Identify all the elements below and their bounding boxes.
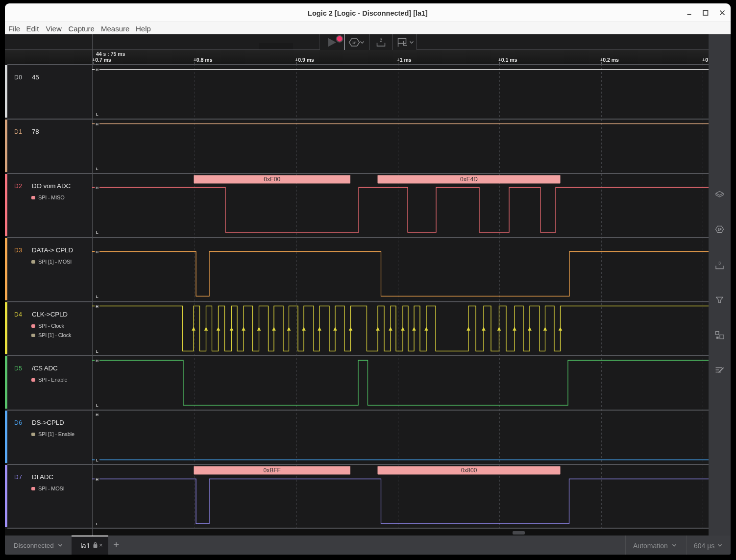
svg-text:1F: 1F: [717, 228, 722, 231]
svg-text:L: L: [96, 112, 98, 117]
svg-text:H: H: [96, 68, 98, 72]
svg-text:0x800: 0x800: [461, 467, 477, 474]
svg-text:L: L: [96, 294, 98, 299]
svg-text:H: H: [96, 359, 98, 363]
svg-text:H: H: [96, 186, 98, 190]
svg-text:L: L: [96, 458, 98, 463]
svg-text:L: L: [96, 230, 98, 235]
svg-text:H: H: [96, 250, 98, 254]
svg-text:0xE4D: 0xE4D: [460, 176, 478, 183]
svg-text:L: L: [96, 167, 98, 171]
svg-text:H: H: [96, 122, 98, 126]
svg-text:L: L: [96, 349, 98, 354]
svg-text:0xBFF: 0xBFF: [264, 467, 281, 474]
svg-text:0xE00: 0xE00: [264, 176, 280, 183]
svg-text:1F: 1F: [352, 41, 356, 45]
svg-text:H: H: [96, 413, 98, 417]
svg-text:L: L: [96, 403, 98, 408]
svg-text:L: L: [96, 522, 98, 526]
svg-text:3: 3: [380, 37, 383, 43]
svg-text:H: H: [96, 304, 98, 309]
svg-text:3: 3: [718, 261, 721, 266]
svg-text:H: H: [96, 477, 98, 482]
